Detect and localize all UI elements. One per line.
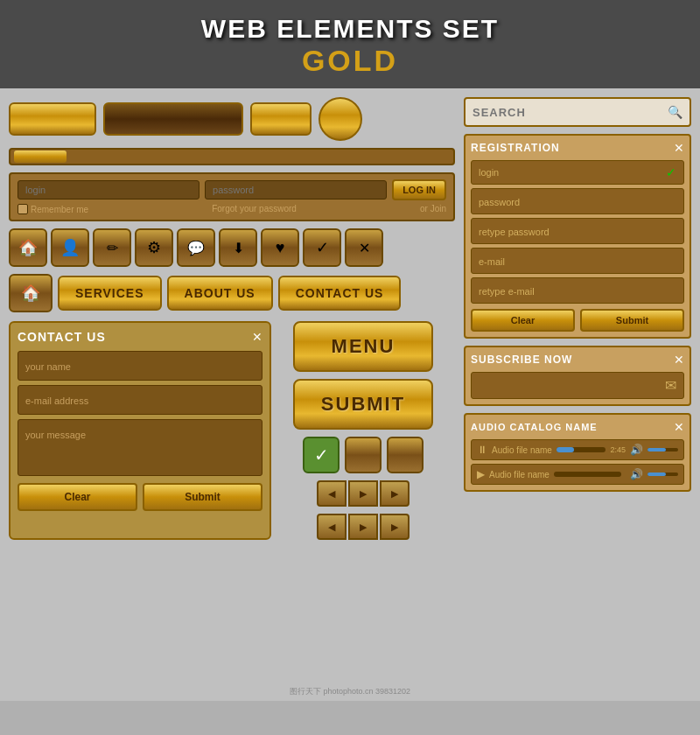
- track-2-progress[interactable]: [554, 472, 621, 477]
- next-btn-1[interactable]: ▶: [380, 480, 410, 507]
- reg-retype-password-label: retype password: [479, 227, 550, 237]
- user-icon-btn[interactable]: 👤: [51, 228, 89, 267]
- icon-row: 🏠 👤 ✏ ⚙ 💬 ⬇ ♥ ✓ ✕: [9, 228, 455, 267]
- left-section: LOG IN Remember me Forgot your password …: [9, 97, 455, 540]
- watermark: 图行天下 photophoto.cn 39831202: [290, 686, 410, 697]
- next-btn-2[interactable]: ▶: [380, 514, 410, 540]
- login-check-icon: ✓: [666, 165, 676, 179]
- buttons-row: [9, 97, 455, 141]
- audio-close-icon[interactable]: ✕: [674, 420, 684, 434]
- track-2-name: Audio file name: [489, 470, 550, 480]
- chat-icon-btn[interactable]: 💬: [177, 228, 215, 267]
- reg-login-field: login ✓: [471, 160, 684, 185]
- home-icon-btn[interactable]: 🏠: [9, 228, 47, 267]
- registration-panel: REGISTRATION ✕ login ✓ password retype p…: [464, 134, 691, 339]
- prev-btn-2[interactable]: ◀: [317, 514, 346, 540]
- nav-row: 🏠 SERVICES ABOUT US CONTACT US: [9, 274, 455, 312]
- volume-icon-1: 🔊: [630, 444, 643, 456]
- contact-submit-btn[interactable]: Submit: [143, 483, 262, 511]
- track-1-progress[interactable]: [556, 447, 606, 452]
- page-title: WEB ELEMENTS SET: [9, 14, 691, 44]
- checkbox-checked-btn[interactable]: ✓: [303, 437, 340, 473]
- subscribe-close-icon[interactable]: ✕: [674, 353, 684, 367]
- media-controls-2: ◀ ▶ ▶: [317, 514, 410, 540]
- scrollbar-row: [9, 148, 455, 165]
- header: WEB ELEMENTS SET GOLD: [0, 0, 700, 88]
- scrollbar-thumb[interactable]: [14, 150, 66, 163]
- contact-message-field: your message: [18, 419, 262, 476]
- contact-email-label: e-mail address: [25, 396, 88, 406]
- x-icon-btn[interactable]: ✕: [345, 228, 383, 267]
- registration-clear-btn[interactable]: Clear: [471, 309, 575, 332]
- square-btn-2[interactable]: [387, 437, 424, 473]
- reg-password-field: password: [471, 188, 684, 214]
- subscribe-panel: SUBSCRIBE NOW ✕ ✉: [464, 346, 691, 406]
- play-icon-2[interactable]: ▶: [477, 468, 485, 480]
- reg-password-label: password: [479, 197, 520, 207]
- remember-checkbox[interactable]: [18, 204, 28, 214]
- contact-email-field: e-mail address: [18, 385, 262, 415]
- subscribe-title: SUBSCRIBE NOW: [471, 354, 572, 366]
- remember-label: Remember me: [31, 205, 88, 214]
- rect-button-3[interactable]: [250, 102, 312, 136]
- gear-icon-btn[interactable]: ⚙: [135, 228, 173, 267]
- edit-icon-btn[interactable]: ✏: [93, 228, 131, 267]
- check-icon-btn[interactable]: ✓: [303, 228, 341, 267]
- registration-close-icon[interactable]: ✕: [674, 141, 684, 155]
- contact-close-icon[interactable]: ✕: [252, 330, 262, 344]
- contact-name-label: your name: [25, 361, 71, 372]
- audio-track-2: ▶ Audio file name 🔊: [471, 464, 684, 485]
- join-link[interactable]: or Join: [420, 204, 446, 214]
- login-input[interactable]: [18, 180, 200, 200]
- contact-clear-btn[interactable]: Clear: [18, 483, 137, 511]
- play-btn-2[interactable]: ▶: [348, 514, 378, 540]
- contact-name-field: your name: [18, 351, 262, 381]
- track-1-time: 2:45: [610, 445, 626, 454]
- submit-button[interactable]: SUBMIT: [293, 379, 433, 430]
- search-input[interactable]: [472, 106, 668, 119]
- search-icon: 🔍: [668, 105, 682, 119]
- circle-button[interactable]: [318, 97, 362, 141]
- contact-panel: CONTACT US ✕ your name e-mail address yo…: [9, 321, 271, 540]
- reg-email-field: e-mail: [471, 248, 684, 274]
- reg-email-label: e-mail: [479, 256, 505, 267]
- volume-bar-1[interactable]: [648, 448, 678, 452]
- rect-button-1[interactable]: [9, 102, 96, 136]
- forgot-password-link[interactable]: Forgot your password: [212, 204, 297, 214]
- media-controls-1: ◀ ▶ ▶: [317, 480, 410, 507]
- prev-btn-1[interactable]: ◀: [317, 480, 346, 507]
- audio-title: AUDIO CATALOG NAME: [471, 422, 598, 432]
- reg-login-label: login: [479, 167, 499, 178]
- registration-submit-btn[interactable]: Submit: [580, 309, 684, 332]
- pause-icon[interactable]: ⏸: [477, 444, 487, 456]
- middle-col: MENU SUBMIT ✓ ◀ ▶ ▶ ◀ ▶ ▶: [280, 321, 446, 540]
- play-btn-1[interactable]: ▶: [348, 480, 378, 507]
- services-button[interactable]: SERVICES: [58, 276, 162, 311]
- page-subtitle: GOLD: [9, 44, 691, 78]
- login-button[interactable]: LOG IN: [392, 179, 446, 200]
- square-btn-1[interactable]: [345, 437, 382, 473]
- contact-message-label: your message: [25, 430, 86, 440]
- bottom-row: CONTACT US ✕ your name e-mail address yo…: [9, 321, 455, 540]
- rect-button-2[interactable]: [103, 102, 243, 136]
- track-1-name: Audio file name: [492, 445, 552, 455]
- reg-retype-password-field: retype password: [471, 218, 684, 244]
- right-panel: 🔍 REGISTRATION ✕ login ✓ password retype…: [464, 97, 691, 492]
- control-buttons-row: ✓: [303, 437, 424, 473]
- volume-icon-2: 🔊: [630, 468, 643, 480]
- contact-title: CONTACT US: [18, 330, 106, 344]
- menu-button[interactable]: MENU: [293, 321, 433, 372]
- login-panel: LOG IN Remember me Forgot your password …: [9, 172, 455, 221]
- volume-bar-2[interactable]: [648, 472, 678, 476]
- heart-icon-btn[interactable]: ♥: [261, 228, 299, 267]
- reg-retype-email-field: retype e-mail: [471, 277, 684, 304]
- chevron-icon-btn[interactable]: ⬇: [219, 228, 257, 267]
- nav-home-btn[interactable]: 🏠: [9, 274, 52, 312]
- audio-track-1: ⏸ Audio file name 2:45 🔊: [471, 439, 684, 460]
- about-us-button[interactable]: ABOUT US: [167, 276, 273, 311]
- main-area: LOG IN Remember me Forgot your password …: [0, 88, 700, 701]
- password-input[interactable]: [205, 180, 387, 200]
- search-bar: 🔍: [464, 97, 691, 127]
- registration-title: REGISTRATION: [471, 142, 560, 154]
- contact-us-nav-button[interactable]: CONTACT US: [278, 276, 402, 311]
